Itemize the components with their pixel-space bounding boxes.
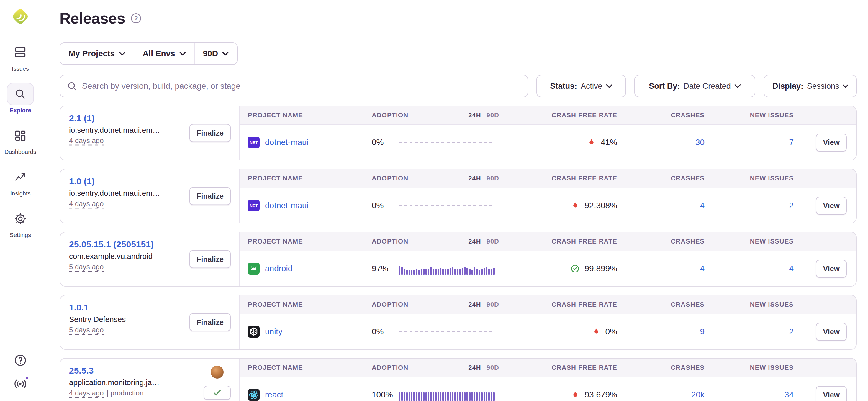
crash-free-cell: 93.679%	[499, 390, 617, 400]
chart-period-90d[interactable]: 90D	[487, 174, 499, 182]
column-crashes: CRASHES	[617, 301, 705, 308]
dotnet-project-icon: NET	[248, 136, 260, 148]
release-table: PROJECT NAME ADOPTION 24H 90D CRASH FREE…	[240, 169, 856, 223]
view-button[interactable]: View	[816, 260, 847, 278]
project-link[interactable]: dotnet-maui	[265, 201, 309, 210]
release-version-link[interactable]: 1.0 (1)	[69, 176, 231, 186]
sidebar-item-issues[interactable]: Issues	[1, 41, 39, 72]
search-bar	[60, 75, 528, 97]
chart-period-24h[interactable]: 24H	[468, 301, 481, 308]
chart-period-90d[interactable]: 90D	[487, 364, 499, 371]
help-icon[interactable]	[13, 353, 28, 368]
sidebar-item-label: Dashboards	[4, 148, 36, 156]
chart-period-90d[interactable]: 90D	[487, 238, 499, 245]
crashes-link[interactable]: 4	[617, 264, 705, 273]
crash-free-value: 99.899%	[585, 264, 617, 273]
new-issues-link[interactable]: 7	[705, 138, 794, 147]
projects-filter[interactable]: My Projects	[60, 43, 134, 64]
status-dropdown[interactable]: Status: Active	[536, 75, 626, 97]
release-table: PROJECT NAME ADOPTION 24H 90D CRASH FREE…	[240, 232, 856, 286]
finalize-button[interactable]: Finalize	[189, 250, 231, 268]
sort-by-value: Date Created	[683, 82, 731, 91]
release-table-header: PROJECT NAME ADOPTION 24H 90D CRASH FREE…	[240, 169, 856, 188]
crashes-link[interactable]: 4	[617, 201, 705, 210]
sidebar-bottom	[13, 353, 28, 392]
finalize-button[interactable]: Finalize	[189, 187, 231, 205]
adoption-value: 100%	[364, 390, 399, 400]
sidebar-item-insights[interactable]: Insights	[1, 166, 39, 197]
new-issues-link[interactable]: 4	[705, 264, 794, 273]
release-package: com.example.vu.android	[69, 252, 175, 261]
main-content: Releases ? My Projects All Envs 90D Stat…	[41, 0, 868, 401]
search-input[interactable]	[82, 81, 521, 91]
column-chart-period: 24H 90D	[399, 174, 499, 182]
release-table: PROJECT NAME ADOPTION 24H 90D CRASH FREE…	[240, 295, 856, 349]
finalize-button[interactable]: Finalize	[189, 313, 231, 331]
project-link[interactable]: dotnet-maui	[265, 138, 309, 147]
column-project-name: PROJECT NAME	[240, 301, 364, 308]
chart-period-24h[interactable]: 24H	[468, 111, 481, 119]
chart-period-90d[interactable]: 90D	[487, 111, 499, 119]
finalize-button[interactable]: Finalize	[189, 124, 231, 142]
new-issues-link[interactable]: 2	[705, 327, 794, 336]
release-version-link[interactable]: 2.1 (1)	[69, 113, 231, 123]
crash-free-value: 93.679%	[585, 390, 617, 400]
sidebar-item-explore[interactable]: Explore	[1, 83, 39, 114]
bar-sparkline	[399, 263, 495, 274]
project-link[interactable]: unity	[265, 327, 282, 336]
date-range-filter[interactable]: 90D	[194, 43, 237, 64]
release-card: 2.1 (1) io.sentry.dotnet.maui.em… 4 days…	[60, 106, 857, 160]
unity-project-icon	[248, 326, 260, 338]
sentry-logo[interactable]	[11, 7, 30, 26]
broadcast-icon[interactable]	[13, 376, 28, 392]
sidebar-item-dashboards[interactable]: Dashboards	[1, 125, 39, 156]
chart-period-24h[interactable]: 24H	[468, 174, 481, 182]
flame-icon	[587, 138, 596, 147]
dotnet-project-icon: NET	[248, 200, 260, 211]
crashes-link[interactable]: 9	[617, 327, 705, 336]
finalized-check-button[interactable]	[204, 386, 231, 400]
release-version-link[interactable]: 25.05.15.1 (2505151)	[69, 239, 231, 249]
project-cell: NET dotnet-maui	[240, 136, 364, 148]
releases-help-icon[interactable]: ?	[131, 13, 141, 23]
new-issues-link[interactable]: 2	[705, 201, 794, 210]
chart-period-90d[interactable]: 90D	[487, 301, 499, 308]
chevron-down-icon	[843, 84, 848, 88]
dashboards-icon	[7, 125, 34, 147]
column-crash-free-rate: CRASH FREE RATE	[499, 238, 617, 245]
sidebar-item-settings[interactable]: Settings	[1, 208, 39, 238]
gear-icon	[7, 208, 34, 230]
release-created-time: 4 days ago	[69, 136, 103, 145]
view-cell: View	[794, 323, 856, 341]
chart-period-24h[interactable]: 24H	[468, 238, 481, 245]
project-link[interactable]: react	[265, 390, 283, 400]
chart-period-24h[interactable]: 24H	[468, 364, 481, 371]
new-issues-link[interactable]: 34	[705, 390, 794, 400]
view-button[interactable]: View	[816, 197, 847, 215]
view-button[interactable]: View	[816, 323, 847, 341]
flat-dashed-sparkline	[399, 142, 494, 143]
flame-icon	[570, 201, 580, 210]
release-created-time: 5 days ago	[69, 326, 103, 334]
column-adoption: ADOPTION	[364, 301, 399, 308]
insights-icon	[7, 166, 34, 189]
release-summary: 2.1 (1) io.sentry.dotnet.maui.em… 4 days…	[60, 106, 240, 160]
date-range-filter-label: 90D	[203, 49, 218, 58]
adoption-chart	[399, 125, 499, 160]
sort-by-dropdown[interactable]: Sort By: Date Created	[634, 75, 755, 97]
environments-filter[interactable]: All Envs	[134, 43, 194, 64]
project-cell: unity	[240, 326, 364, 338]
release-summary: 25.5.3 application.monitoring.ja… 4 days…	[60, 359, 240, 401]
issues-icon	[7, 41, 34, 64]
release-created-time: 4 days ago	[69, 389, 103, 397]
column-project-name: PROJECT NAME	[240, 364, 364, 371]
display-dropdown[interactable]: Display: Sessions	[764, 75, 857, 97]
column-adoption: ADOPTION	[364, 174, 399, 182]
release-version-link[interactable]: 1.0.1	[69, 303, 231, 312]
project-link[interactable]: android	[265, 264, 292, 273]
view-button[interactable]: View	[816, 386, 847, 401]
view-button[interactable]: View	[816, 134, 847, 152]
avatar[interactable]	[211, 366, 224, 378]
crashes-link[interactable]: 20k	[617, 390, 705, 400]
crashes-link[interactable]: 30	[617, 138, 705, 147]
